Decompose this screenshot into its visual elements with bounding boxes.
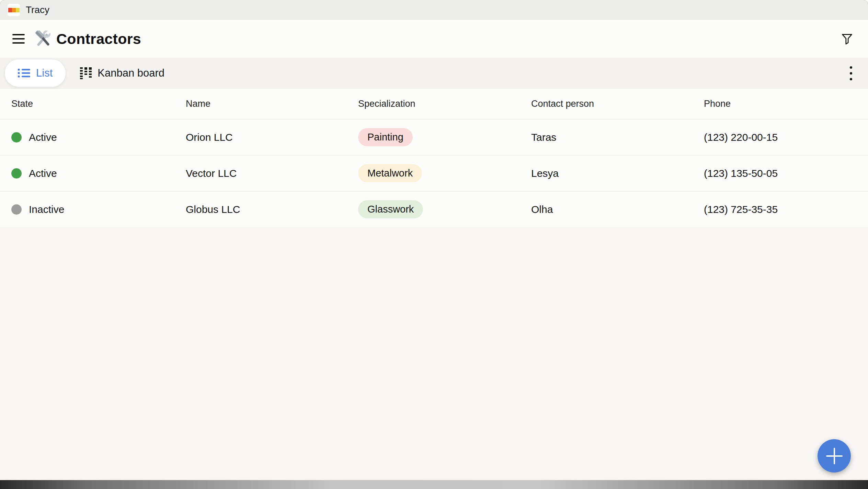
name-cell: Orion LLC bbox=[186, 132, 358, 143]
table-row[interactable]: Inactive Globus LLC Glasswork Olha (123)… bbox=[0, 191, 868, 227]
state-label: Active bbox=[29, 132, 57, 143]
titlebar: Tracy bbox=[0, 0, 868, 20]
specialization-badge: Glasswork bbox=[358, 200, 423, 218]
state-cell: Active bbox=[11, 132, 186, 143]
plus-icon bbox=[825, 447, 843, 465]
add-contractor-button[interactable] bbox=[818, 439, 851, 473]
page-title-group: Contractors bbox=[35, 21, 141, 57]
status-dot bbox=[11, 168, 22, 179]
app-name: Tracy bbox=[26, 4, 49, 15]
state-cell: Inactive bbox=[11, 204, 186, 215]
tab-list-view[interactable]: List bbox=[5, 59, 66, 87]
more-options-button[interactable] bbox=[848, 64, 854, 82]
kanban-columns-icon bbox=[80, 67, 92, 79]
status-dot bbox=[11, 132, 22, 143]
state-cell: Active bbox=[11, 168, 186, 179]
phone-cell: (123) 725-35-35 bbox=[704, 204, 868, 215]
name-cell: Vector LLC bbox=[186, 168, 358, 179]
column-header-state: State bbox=[11, 99, 186, 109]
logo-yellow-square bbox=[16, 8, 20, 12]
table-row[interactable]: Active Orion LLC Painting Taras (123) 22… bbox=[0, 119, 868, 155]
tab-list-label: List bbox=[36, 67, 53, 79]
funnel-filter-icon bbox=[841, 32, 854, 45]
bulleted-list-icon bbox=[18, 68, 30, 78]
column-header-phone: Phone bbox=[704, 99, 868, 109]
tab-kanban-label: Kanban board bbox=[98, 67, 164, 79]
table-header: State Name Specialization Contact person… bbox=[0, 89, 868, 119]
logo-orange-square bbox=[12, 8, 16, 12]
phone-cell: (123) 135-50-05 bbox=[704, 168, 868, 179]
column-header-specialization: Specialization bbox=[358, 99, 531, 109]
page-title: Contractors bbox=[56, 31, 141, 47]
filter-button[interactable] bbox=[841, 32, 854, 45]
specialization-badge: Metalwork bbox=[358, 164, 422, 182]
empty-table-area bbox=[0, 227, 868, 485]
hamburger-menu-icon[interactable] bbox=[12, 34, 25, 44]
tracy-logo-icon bbox=[8, 4, 20, 16]
hammer-and-wrench-icon bbox=[35, 31, 52, 47]
kebab-menu-icon bbox=[850, 66, 852, 69]
view-tabs-row: List Kanban board bbox=[0, 58, 868, 89]
tab-kanban-view[interactable]: Kanban board bbox=[80, 67, 164, 79]
logo-red-square bbox=[8, 8, 12, 12]
state-label: Active bbox=[29, 168, 57, 179]
state-label: Inactive bbox=[29, 204, 64, 215]
contact-person-cell: Olha bbox=[531, 204, 704, 215]
window-bottom-shadow bbox=[0, 480, 868, 489]
name-cell: Globus LLC bbox=[186, 204, 358, 215]
contact-person-cell: Taras bbox=[531, 132, 704, 143]
contact-person-cell: Lesya bbox=[531, 168, 704, 179]
table-row[interactable]: Active Vector LLC Metalwork Lesya (123) … bbox=[0, 155, 868, 191]
column-header-contact-person: Contact person bbox=[531, 99, 704, 109]
app-header: Contractors bbox=[0, 20, 868, 58]
app-window: Tracy Contractors bbox=[0, 0, 868, 485]
status-dot bbox=[11, 204, 22, 215]
specialization-badge: Painting bbox=[358, 128, 413, 146]
phone-cell: (123) 220-00-15 bbox=[704, 132, 868, 143]
column-header-name: Name bbox=[186, 99, 358, 109]
